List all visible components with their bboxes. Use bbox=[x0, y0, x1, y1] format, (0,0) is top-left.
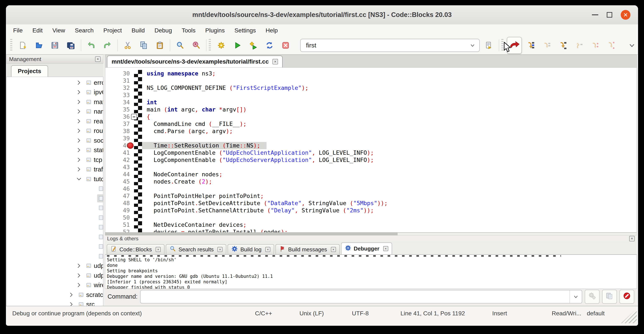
menu-search[interactable]: Search bbox=[75, 27, 94, 34]
line-number[interactable]: 46 bbox=[105, 185, 134, 192]
close-panel-icon[interactable]: ✕ bbox=[95, 56, 100, 62]
line-number[interactable]: 49 bbox=[105, 207, 134, 214]
line-number[interactable]: 30 bbox=[105, 70, 134, 77]
run-to-cursor-icon[interactable] bbox=[525, 39, 537, 52]
close-logs-icon[interactable]: ✕ bbox=[629, 236, 635, 241]
tree-item-fo[interactable]: fo bbox=[6, 203, 103, 213]
chevron-right-icon[interactable] bbox=[76, 80, 82, 86]
close-tab-icon[interactable]: ✕ bbox=[272, 59, 278, 65]
copy-output-button[interactable] bbox=[602, 290, 617, 304]
build-and-run-icon[interactable] bbox=[247, 39, 260, 52]
fold-margin[interactable] bbox=[134, 228, 142, 232]
build-target-select[interactable] bbox=[300, 39, 480, 52]
fold-margin[interactable] bbox=[134, 171, 142, 178]
logs-tab-debugger[interactable]: Debugger✕ bbox=[341, 242, 392, 254]
line-number[interactable]: 52 bbox=[105, 228, 134, 232]
tree-item-stat[interactable]: stat bbox=[6, 145, 103, 155]
save-all-icon[interactable] bbox=[65, 39, 77, 52]
menu-build[interactable]: Build bbox=[132, 27, 144, 34]
toolbar-grip[interactable] bbox=[209, 39, 211, 52]
line-number[interactable]: 36 bbox=[105, 113, 134, 120]
logs-tab-build-log[interactable]: Build log✕ bbox=[228, 244, 274, 254]
tree-item-se[interactable]: se bbox=[6, 232, 103, 242]
debugger-command-input[interactable] bbox=[140, 293, 570, 300]
step-into-instruction-icon[interactable] bbox=[605, 39, 618, 52]
line-number[interactable]: 35 bbox=[105, 106, 134, 113]
menu-file[interactable]: File bbox=[13, 27, 23, 34]
open-file-icon[interactable] bbox=[32, 39, 45, 52]
line-number[interactable]: 42 bbox=[105, 156, 134, 164]
build-target-value[interactable] bbox=[300, 42, 466, 49]
editor-tab-first-cc[interactable]: mnt/dev/tools/source/ns-3-dev/examples/t… bbox=[107, 56, 282, 67]
chevron-down-icon[interactable] bbox=[76, 176, 82, 182]
chevron-right-icon[interactable] bbox=[76, 109, 82, 114]
redo-icon[interactable] bbox=[101, 39, 114, 52]
fold-margin[interactable] bbox=[134, 200, 142, 207]
close-tab-icon[interactable]: ✕ bbox=[265, 247, 270, 252]
chevron-right-icon[interactable] bbox=[68, 292, 74, 298]
rebuild-icon[interactable] bbox=[263, 39, 276, 52]
line-number[interactable]: 39 bbox=[105, 135, 134, 142]
code-editor[interactable]: 30using namespace ns3;3132NS_LOG_COMPONE… bbox=[105, 67, 637, 232]
tree-item-fif[interactable]: fif bbox=[6, 184, 103, 194]
save-icon[interactable] bbox=[49, 39, 61, 52]
fold-margin[interactable] bbox=[134, 113, 142, 120]
project-tree[interactable]: erroipv6matnamreallroutsockstattcptrafft… bbox=[6, 77, 103, 306]
tree-item-se[interactable]: se bbox=[6, 222, 103, 232]
fold-marker[interactable] bbox=[131, 114, 137, 120]
tab-projects[interactable]: Projects bbox=[11, 65, 48, 77]
fold-margin[interactable] bbox=[134, 156, 142, 164]
tree-item-nam[interactable]: nam bbox=[6, 107, 103, 117]
tree-item-wire[interactable]: wire bbox=[6, 280, 103, 290]
chevron-right-icon[interactable] bbox=[76, 147, 82, 153]
toolbar-grip[interactable] bbox=[10, 39, 12, 52]
chevron-right-icon[interactable] bbox=[76, 118, 82, 124]
tree-item-mat[interactable]: mat bbox=[6, 97, 103, 107]
paste-icon[interactable] bbox=[154, 39, 166, 52]
logs-tab-code-blocks[interactable]: Code::Blocks✕ bbox=[107, 244, 164, 254]
fold-margin[interactable] bbox=[134, 185, 142, 192]
tree-item-reall[interactable]: reall bbox=[6, 116, 103, 126]
tree-item-th[interactable]: th bbox=[6, 251, 103, 261]
fold-margin[interactable] bbox=[134, 164, 142, 171]
next-instruction-icon[interactable] bbox=[589, 39, 602, 52]
tree-item-scratch[interactable]: scratch bbox=[6, 290, 103, 300]
line-number[interactable]: 33 bbox=[105, 92, 134, 99]
tree-item-udp[interactable]: udp bbox=[6, 261, 103, 271]
fold-margin[interactable] bbox=[134, 128, 142, 135]
fold-margin[interactable] bbox=[134, 84, 142, 92]
line-number[interactable]: 47 bbox=[105, 192, 134, 200]
fold-margin[interactable] bbox=[134, 120, 142, 128]
menu-debug[interactable]: Debug bbox=[154, 27, 172, 34]
resize-grip[interactable] bbox=[621, 308, 637, 323]
close-tab-icon[interactable]: ✕ bbox=[331, 247, 336, 252]
chevron-down-icon[interactable] bbox=[466, 42, 479, 49]
fold-margin[interactable] bbox=[134, 142, 142, 149]
close-tab-icon[interactable]: ✕ bbox=[218, 247, 222, 252]
line-number[interactable]: 31 bbox=[105, 77, 134, 84]
debugger-settings-button[interactable] bbox=[585, 290, 600, 304]
minimize-button[interactable] bbox=[592, 15, 598, 15]
toolbar-overflow-chevron[interactable] bbox=[626, 39, 638, 52]
fold-margin[interactable] bbox=[134, 221, 142, 228]
tree-item-traff[interactable]: traff bbox=[6, 165, 103, 174]
line-number[interactable]: 41 bbox=[105, 149, 134, 156]
menu-settings[interactable]: Settings bbox=[234, 27, 256, 34]
abort-icon[interactable] bbox=[280, 39, 292, 52]
line-number[interactable]: 44 bbox=[105, 171, 134, 178]
fold-margin[interactable] bbox=[134, 77, 142, 84]
chevron-right-icon[interactable] bbox=[76, 157, 82, 163]
line-number[interactable]: 32 bbox=[105, 84, 134, 92]
step-into-icon[interactable] bbox=[557, 39, 569, 52]
chevron-right-icon[interactable] bbox=[76, 282, 82, 288]
maximize-button[interactable] bbox=[607, 12, 612, 18]
fold-margin[interactable] bbox=[134, 99, 142, 106]
tree-item-rout[interactable]: rout bbox=[6, 126, 103, 136]
copy-icon[interactable] bbox=[138, 39, 150, 52]
new-file-icon[interactable] bbox=[16, 39, 29, 52]
find-icon[interactable] bbox=[174, 39, 186, 52]
chevron-right-icon[interactable] bbox=[76, 99, 82, 105]
line-number[interactable]: 43 bbox=[105, 164, 134, 171]
editor-hscrollbar[interactable] bbox=[105, 232, 637, 235]
run-icon[interactable] bbox=[231, 39, 244, 52]
